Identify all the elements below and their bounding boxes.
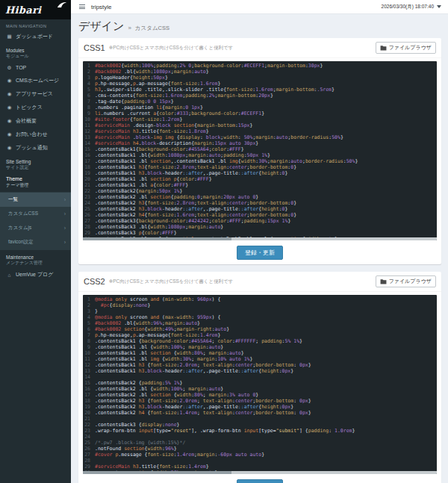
code-line: 11.contentsBack1 .bl img {width:30%; mar… bbox=[83, 356, 437, 362]
line-number: 12 bbox=[83, 362, 93, 368]
sidebar-item-label: UemVue ブログ bbox=[16, 271, 53, 278]
box-note: ※PC向けCSSとスマホ向けCSSを分けて書くと便利です bbox=[109, 278, 376, 285]
scrollbar-thumb[interactable] bbox=[83, 237, 231, 240]
brand-link[interactable]: tripstyle bbox=[91, 4, 112, 10]
folder-icon bbox=[380, 278, 387, 284]
app-logo[interactable]: Hibari bbox=[0, 0, 71, 19]
sidebar-item-label: CMSホームページ bbox=[16, 77, 59, 84]
horizontal-scrollbar[interactable] bbox=[83, 237, 437, 240]
code-text: p.hp-message,p.ap-message{font-size:1.6r… bbox=[93, 81, 220, 87]
nav-header-maintenance: Maintenance メンテナンス管理 bbox=[0, 250, 71, 269]
code-text: #serviceMain h3.title{font-size:1.4rem} bbox=[93, 464, 209, 470]
code-line: 3} bbox=[83, 308, 437, 314]
line-number: 10 bbox=[83, 350, 93, 356]
code-text: .notFound section{width:96%} bbox=[93, 446, 177, 452]
code-line: 27#cover p.message {font-size:1.4rem;mar… bbox=[83, 452, 437, 458]
code-line: 24.contentsBack2 h3{font-size:2.8rem;tex… bbox=[83, 200, 437, 206]
line-number: 1 bbox=[83, 296, 93, 302]
line-number: 23 bbox=[83, 428, 93, 434]
box-note: ※PC向けCSSとスマホ向けCSSを分けて書くと便利です bbox=[109, 45, 376, 52]
save-button[interactable]: 登録・更新 bbox=[237, 479, 283, 483]
line-number: 3 bbox=[83, 75, 93, 81]
line-number: 29 bbox=[83, 464, 93, 470]
code-line: 9li.numbers .current a{color:#333;backgr… bbox=[83, 110, 437, 116]
sidebar-item-label: プッシュ通知 bbox=[16, 144, 48, 152]
module-icon: ◉ bbox=[6, 105, 13, 110]
code-line: 17.contentsBack1 .bl section,.contentsBa… bbox=[83, 158, 437, 164]
subitem-label: カスタムCSS bbox=[8, 211, 38, 217]
sidebar-item-push-notification[interactable]: ◉ プッシュ通知 bbox=[0, 141, 71, 155]
user-menu[interactable]: 2026/03/30(月) 18:07:40 bbox=[382, 4, 441, 10]
breadcrumb-current[interactable]: カスタムCSS bbox=[135, 25, 169, 32]
line-number: 16 bbox=[83, 386, 93, 392]
line-number: 24 bbox=[83, 200, 93, 206]
line-number: 27 bbox=[83, 218, 93, 224]
code-text: .contentsBack1 .bl section p{color:#FFF} bbox=[93, 176, 212, 182]
code-line: 22.contentsBack3 {display:none} bbox=[83, 422, 437, 428]
logo-text: Hibari bbox=[5, 4, 41, 16]
scrollbar-thumb[interactable] bbox=[83, 471, 231, 474]
code-text: .contentsBack1 .bl a{color:#FFF} bbox=[93, 182, 188, 188]
nav-header-ja: テーマ管理 bbox=[6, 183, 65, 189]
main-area: tripstyle 2026/03/30(月) 18:07:40 デザイン » … bbox=[71, 0, 448, 483]
code-line: 10.contentsBack1 .bl section {width:80%;… bbox=[83, 350, 437, 356]
sidebar-item-theme[interactable]: Theme テーマ管理 bbox=[0, 172, 71, 191]
code-text: .contentsBack3 .bl{width:1080px;margin:a… bbox=[93, 224, 223, 230]
file-browser-button[interactable]: ファイルブラウザ bbox=[376, 275, 436, 287]
nav-header-ja: メンテナンス管理 bbox=[6, 261, 65, 267]
code-text: .contentsBack1 {background-color:#455A64… bbox=[93, 338, 302, 344]
page-title: デザイン bbox=[78, 19, 124, 34]
top-navbar: tripstyle 2026/03/30(月) 18:07:40 bbox=[71, 0, 448, 14]
save-button[interactable]: 登録・更新 bbox=[237, 246, 283, 260]
code-line: 2 #pc{display:none} bbox=[83, 302, 437, 308]
code-text: .contentsBack1 .bl{width:1080px;margin:a… bbox=[93, 152, 270, 158]
sidebar-item-topics[interactable]: ◉ トピックス bbox=[0, 101, 71, 114]
line-number: 22 bbox=[83, 188, 93, 194]
code-text: p.logoHeader{height:50px} bbox=[93, 75, 168, 81]
line-number: 8 bbox=[83, 338, 93, 344]
nav-header-ja: サイト設定 bbox=[6, 165, 65, 171]
css2-code-editor[interactable]: 1@media only screen and (min-width: 960p… bbox=[83, 295, 437, 474]
sidebar-item-blog[interactable]: ⌂ UemVue ブログ bbox=[0, 268, 71, 281]
code-line: 12.contentsBack1 h3 {font-size:2.0rem; t… bbox=[83, 362, 437, 368]
code-line: 13#serviceMain .block-img img {display: … bbox=[83, 134, 437, 140]
css1-code-editor[interactable]: 1#back0002{width:100%;padding:2% 0;backg… bbox=[83, 61, 437, 240]
sidebar-subitem-custom-js[interactable]: カスタムjs › bbox=[0, 221, 71, 235]
code-line: 24 bbox=[83, 434, 437, 440]
code-line: 14#serviceMain h4.block-description{marg… bbox=[83, 140, 437, 146]
line-number: 27 bbox=[83, 452, 93, 458]
sidebar-item-cms-homepage[interactable]: ◉ CMSホームページ bbox=[0, 74, 71, 87]
line-number: 5 bbox=[83, 320, 93, 326]
code-line: 20.contentsBack2 h4 {font-size:1.4rem; t… bbox=[83, 410, 437, 416]
line-number: 9 bbox=[83, 344, 93, 350]
code-text: @media only screen and (max-width: 959px… bbox=[93, 314, 220, 320]
code-line: 1#back0002{width:100%;padding:2% 0;backg… bbox=[83, 63, 437, 69]
sidebar-item-app-service[interactable]: ◉ アプリサービス bbox=[0, 87, 71, 101]
sidebar-subitem-custom-css[interactable]: カスタムCSS › bbox=[0, 207, 71, 221]
gear-icon: ⚙ bbox=[6, 65, 13, 71]
theme-submenu: 一覧 › カスタムCSS › カスタムjs › favicon設定 › bbox=[0, 192, 71, 250]
sidebar-item-company[interactable]: ◉ 会社概要 bbox=[0, 114, 71, 128]
line-number: 7 bbox=[83, 332, 93, 338]
sidebar-subitem-favicon[interactable]: favicon設定 › bbox=[0, 235, 71, 249]
code-line: 2#back0002 .bl{width:1080px;margin:auto} bbox=[83, 69, 437, 75]
bird-icon bbox=[57, 1, 67, 8]
file-browser-button[interactable]: ファイルブラウザ bbox=[376, 42, 436, 54]
sidebar-subitem-list[interactable]: 一覧 › bbox=[0, 193, 71, 207]
code-line: 8.numbers .pagination li{margin:0 1px} bbox=[83, 105, 437, 110]
sidebar-item-label: お問い合わせ bbox=[16, 131, 48, 138]
code-line: 19.contentsBack1 h3.block-header::after,… bbox=[83, 170, 437, 176]
code-text: } bbox=[93, 308, 98, 314]
nav-header-en: Theme bbox=[6, 176, 65, 183]
sidebar-toggle-icon[interactable] bbox=[78, 3, 87, 10]
code-line: 5h3,.swiper-slide .title,.slick-slider .… bbox=[83, 87, 437, 93]
code-line: 12#serviceMain h3.title{font-size:1.8rem… bbox=[83, 128, 437, 134]
sidebar-item-dashboard[interactable]: ▦ ダッシュボード bbox=[0, 30, 71, 43]
code-line: 26.notFound section{width:96%} bbox=[83, 446, 437, 452]
line-number: 16 bbox=[83, 152, 93, 158]
line-number: 21 bbox=[83, 182, 93, 188]
code-line: 15.contentsBack1{background-color:#455A6… bbox=[83, 146, 437, 152]
sidebar-item-contact[interactable]: ◉ お問い合わせ bbox=[0, 128, 71, 141]
horizontal-scrollbar[interactable] bbox=[83, 471, 437, 474]
sidebar-item-top[interactable]: ⚙ TOP bbox=[0, 62, 71, 74]
